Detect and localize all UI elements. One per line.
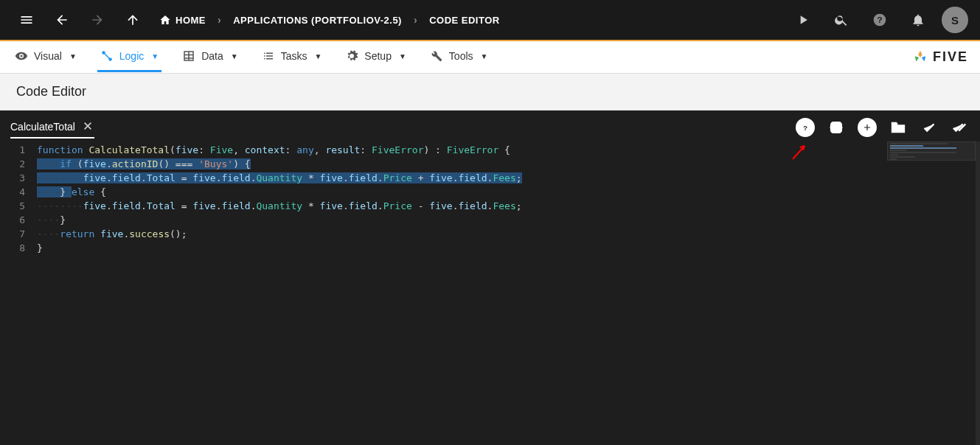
brand-logo: FIVE [912, 49, 968, 66]
code-line: function CalculateTotal(five: Five, cont… [37, 143, 980, 157]
close-icon[interactable] [83, 121, 94, 133]
subnav-tools[interactable]: Tools ▼ [427, 42, 491, 72]
editor-tab-bar: CalculateTotal ? [0, 111, 980, 139]
code-line: ····} [37, 213, 980, 227]
topbar: HOME › APPLICATIONS (PORTFOLIOV-2.5) › C… [0, 0, 980, 41]
list-icon [262, 49, 275, 63]
code-area[interactable]: 1 2 3 4 5 6 7 8 function CalculateTotal(… [0, 141, 980, 445]
subnav-data[interactable]: Data ▼ [179, 42, 240, 72]
topbar-right: ? S [788, 5, 968, 35]
gear-icon [345, 49, 358, 63]
back-icon[interactable] [47, 5, 77, 35]
subnav: Visual ▼ Logic ▼ Data ▼ Tasks ▼ Setup ▼ … [0, 41, 980, 74]
up-icon[interactable] [118, 5, 147, 35]
search-icon[interactable] [827, 5, 856, 35]
subnav-setup[interactable]: Setup ▼ [342, 42, 409, 72]
menu-icon[interactable] [12, 5, 41, 35]
code-line: ····return five.success(); [37, 227, 980, 241]
five-logo-icon [912, 49, 928, 66]
avatar[interactable]: S [942, 7, 968, 33]
subnav-logic[interactable]: Logic ▼ [97, 42, 161, 72]
scrollbar-vertical[interactable] [976, 141, 980, 445]
breadcrumb-applications[interactable]: APPLICATIONS (PORTFOLIOV-2.5) [233, 15, 402, 26]
caret-down-icon: ▼ [399, 52, 406, 60]
logic-icon [100, 49, 114, 63]
svg-text:?: ? [877, 15, 882, 24]
folder-open-icon[interactable] [889, 118, 908, 137]
table-icon [182, 49, 195, 63]
caret-down-icon: ▼ [151, 52, 159, 60]
caret-down-icon: ▼ [314, 52, 322, 60]
caret-down-icon: ▼ [69, 52, 77, 60]
ai-brain-icon[interactable] [827, 118, 846, 137]
home-label: HOME [176, 15, 206, 26]
play-icon[interactable] [788, 5, 818, 35]
check-all-icon[interactable] [951, 118, 970, 137]
code-line: ····if (five.actionID() === 'Buys') { [37, 157, 980, 171]
explain-help-button[interactable]: ? [796, 118, 815, 137]
chevron-right-icon: › [218, 14, 221, 26]
editor-tab[interactable]: CalculateTotal [10, 116, 94, 139]
line-gutter: 1 2 3 4 5 6 7 8 [0, 141, 37, 445]
breadcrumb-code-editor[interactable]: CODE EDITOR [429, 15, 500, 26]
code-editor: CalculateTotal ? [0, 111, 980, 445]
code-line: ····} else { [37, 185, 980, 199]
code-line: ········five.field.Total = five.field.Qu… [37, 171, 980, 185]
code-line: ········five.field.Total = five.field.Qu… [37, 199, 980, 213]
forward-icon [83, 5, 112, 35]
eye-icon [15, 49, 28, 63]
topbar-left: HOME › APPLICATIONS (PORTFOLIOV-2.5) › C… [12, 5, 500, 35]
chevron-right-icon: › [414, 14, 417, 26]
svg-text:?: ? [803, 125, 807, 132]
add-button[interactable] [858, 118, 877, 137]
subnav-tasks[interactable]: Tasks ▼ [259, 42, 325, 72]
tools-icon [430, 49, 443, 63]
caret-down-icon: ▼ [481, 52, 488, 60]
code-line: } [37, 241, 980, 255]
page-title: Code Editor [0, 74, 980, 111]
subnav-visual[interactable]: Visual ▼ [12, 42, 80, 72]
check-icon[interactable] [920, 118, 939, 137]
breadcrumb-home[interactable]: HOME [159, 14, 206, 26]
breadcrumb: HOME › APPLICATIONS (PORTFOLIOV-2.5) › C… [159, 14, 500, 26]
minimap-preview [890, 143, 973, 161]
help-icon[interactable]: ? [865, 5, 894, 35]
minimap[interactable] [887, 141, 976, 445]
caret-down-icon: ▼ [231, 52, 238, 60]
code-content[interactable]: function CalculateTotal(five: Five, cont… [37, 141, 980, 445]
bell-icon[interactable] [903, 5, 933, 35]
editor-actions: ? [796, 118, 970, 137]
